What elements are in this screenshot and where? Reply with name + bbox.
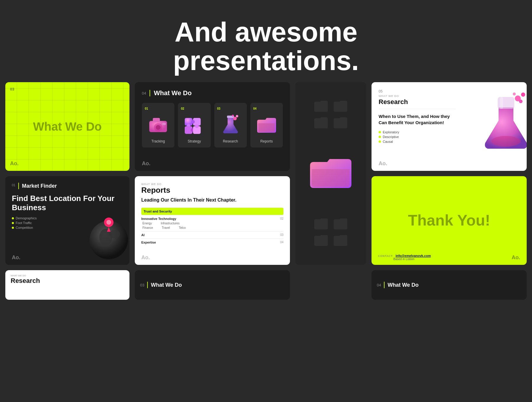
card-thank-you: Thank You! CONTACT: info@emelyanovk.com …: [372, 176, 527, 265]
item-strategy: 02: [178, 103, 210, 147]
divider: [150, 90, 150, 96]
globe-illustration: [85, 213, 129, 262]
slide-num: 04: [377, 283, 381, 287]
card-market-finder: 01 Market Finder Find Best Location For …: [5, 176, 129, 265]
ty-plain: Thank: [408, 212, 453, 229]
main-title: Find Best Location For Your Business: [12, 194, 123, 212]
logo: Ao.: [10, 161, 19, 167]
camera-icon: [146, 113, 170, 136]
card-what-we-do-partial2: 04 What We Do: [372, 270, 527, 300]
section-title: Market Finder: [22, 183, 57, 189]
slide-num: 05: [379, 89, 456, 93]
item-tracking: 01: [142, 103, 174, 147]
logo: Ao.: [142, 161, 150, 167]
card-header: 04 What We Do: [142, 89, 283, 97]
svg-point-27: [98, 242, 105, 247]
folder-small-icon: [255, 113, 278, 136]
logo: Ao.: [512, 255, 520, 261]
hero-line2: presentations.: [133, 46, 399, 75]
svg-point-29: [106, 220, 111, 225]
svg-rect-1: [153, 118, 160, 122]
email: info@emelyanovk.com: [395, 254, 431, 257]
svg-point-22: [513, 93, 516, 95]
accordion-item-trust[interactable]: Trust and Security: [141, 208, 283, 215]
body-text: When to Use Them, and How they Can Benef…: [379, 113, 456, 126]
slide-number: 03: [10, 87, 14, 91]
slide-num: 03: [140, 283, 144, 287]
small-label: WHAT WE DO: [141, 183, 283, 186]
thank-you-text: Thank You!: [408, 212, 490, 229]
bullet-exploratory: Exploratory: [379, 130, 456, 134]
flask-small-icon: [219, 113, 242, 136]
card-dark-partial: 03 What We Do: [135, 270, 290, 300]
reports-label: Reports: [260, 139, 273, 143]
bullet-descriptive: Descriptive: [379, 135, 456, 139]
ty-colored: You!: [457, 212, 490, 229]
card-research-white: 05 WHAT WE DO Research When to Use Them,…: [372, 82, 527, 171]
svg-point-19: [491, 136, 521, 147]
card-title: What We Do: [154, 89, 192, 97]
contact-info: CONTACT: info@emelyanovk.com Based in Li…: [378, 254, 431, 261]
slide-number: 04: [142, 91, 146, 95]
card-what-we-do-items: 04 What We Do 01: [135, 82, 290, 171]
body-text: Leading Our Clients In Their Next Chapte…: [141, 197, 283, 203]
card-reports-white: WHAT WE DO Reports Leading Our Clients I…: [135, 176, 290, 265]
small-label: WHAT WE DO: [11, 274, 124, 277]
logo: Ao.: [379, 161, 387, 167]
tracking-label: Tracking: [151, 139, 165, 143]
card-title: What We Do: [27, 114, 108, 139]
svg-rect-4: [162, 123, 166, 125]
accordion-item-tech[interactable]: Innovative Technology 02 Energy Infrastr…: [141, 215, 283, 231]
item-reports: 04 Reports: [250, 103, 283, 147]
svg-point-15: [236, 115, 238, 117]
slides-grid: 03 What We Do Ao. 04 What We Do 01: [0, 77, 532, 402]
svg-point-14: [233, 117, 237, 120]
small-label: WHAT WE DO: [379, 95, 456, 98]
strategy-label: Strategy: [188, 139, 201, 143]
item-research: 03: [214, 103, 247, 147]
svg-point-16: [232, 115, 234, 116]
divider: [18, 183, 19, 189]
divider: [147, 282, 148, 288]
title-plain: What: [33, 120, 62, 133]
card-folder-icons: [295, 82, 366, 265]
research-label: Research: [223, 139, 238, 143]
contact-label: CONTACT:: [378, 255, 393, 257]
svg-rect-18: [500, 97, 503, 109]
accordion-item-ai[interactable]: AI 03: [141, 231, 283, 239]
folder-icons-bottom: [314, 218, 348, 247]
puzzle-icon: [182, 113, 206, 136]
title-colored: We Do: [65, 120, 102, 133]
title: Research: [11, 277, 124, 285]
svg-point-21: [521, 93, 525, 97]
big-folder-illustration: [307, 154, 354, 193]
slide-title: Research: [379, 98, 456, 109]
flask-illustration: [479, 91, 527, 163]
card-research-partial: WHAT WE DO Research: [5, 270, 129, 300]
hero-line1: And awesome: [133, 18, 399, 46]
bullet-causal: Causal: [379, 140, 456, 143]
slide-title: Reports: [141, 186, 283, 195]
svg-point-3: [156, 125, 160, 130]
svg-point-8: [191, 120, 195, 124]
card-title: What We Do: [387, 282, 419, 288]
logo: Ao.: [141, 255, 150, 261]
logo: Ao.: [12, 255, 20, 261]
card-title: What We Do: [151, 282, 182, 288]
bullet-list: Exploratory Descriptive Causal: [379, 130, 456, 143]
svg-point-12: [195, 124, 199, 128]
svg-point-26: [109, 230, 120, 238]
items-grid: 01: [142, 103, 283, 147]
location: Based in Lisbon: [393, 257, 431, 261]
folder-icons-top: [314, 100, 348, 129]
divider: [384, 282, 385, 288]
card-what-we-do-yellow: 03 What We Do Ao.: [5, 82, 129, 171]
svg-point-23: [519, 100, 523, 103]
accordion-item-expertise[interactable]: Expertise 04: [141, 239, 283, 246]
hero-heading: And awesome presentations.: [133, 18, 399, 75]
slide-num: 01: [12, 183, 15, 187]
